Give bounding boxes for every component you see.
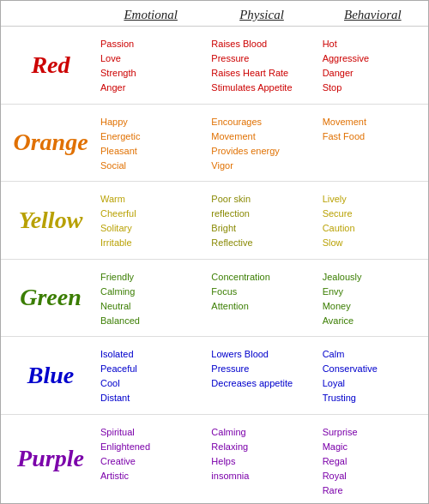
header-emotional: Emotional [95,8,206,22]
row-purple: PurpleSpiritual Enlightened Creative Art… [1,415,428,503]
physical-orange: Encourages Movement Provides energy Vigo… [206,113,317,175]
color-label-yellow: Yellow [1,207,95,234]
color-label-green: Green [1,284,95,311]
color-label-red: Red [1,51,95,79]
row-red: RedPassion Love Strength AngerRaises Blo… [1,27,428,105]
emotional-orange: Happy Energetic Pleasant Social [95,113,206,175]
behavioral-blue: Calm Conservative Loyal Trusting [317,345,428,407]
row-green: GreenFriendly Calming Neutral BalancedCo… [1,260,428,338]
physical-purple: Calming Relaxing Helps insomnia [206,423,317,485]
behavioral-red: Hot Aggressive Danger Stop [317,35,428,97]
physical-green: Concentration Focus Attention [206,268,317,315]
table-header: Emotional Physical Behavioral [1,1,428,27]
row-yellow: YellowWarm Cheerful Solitary IrritablePo… [1,182,428,260]
behavioral-yellow: Lively Secure Caution Slow [317,190,428,252]
table-body: RedPassion Love Strength AngerRaises Blo… [1,27,428,503]
behavioral-green: Jealously Envy Money Avarice [317,268,428,330]
physical-yellow: Poor skin reflection Bright Reflective [206,190,317,252]
row-blue: BlueIsolated Peaceful Cool DistantLowers… [1,337,428,415]
row-orange: OrangeHappy Energetic Pleasant SocialEnc… [1,105,428,183]
header-behavioral: Behavioral [317,8,428,22]
physical-red: Raises Blood Pressure Raises Heart Rate … [206,35,317,97]
color-psychology-table: Emotional Physical Behavioral RedPassion… [1,1,428,503]
header-physical: Physical [206,8,317,22]
emotional-green: Friendly Calming Neutral Balanced [95,268,206,330]
emotional-purple: Spiritual Enlightened Creative Artistic [95,423,206,485]
color-label-blue: Blue [1,362,95,389]
emotional-blue: Isolated Peaceful Cool Distant [95,345,206,407]
emotional-yellow: Warm Cheerful Solitary Irritable [95,190,206,252]
color-label-orange: Orange [1,129,95,156]
behavioral-orange: Movement Fast Food [317,113,428,146]
color-label-purple: Purple [1,445,95,472]
physical-blue: Lowers Blood Pressure Decreases appetite [206,345,317,393]
emotional-red: Passion Love Strength Anger [95,35,206,97]
behavioral-purple: Surprise Magic Regal Royal Rare [317,423,428,500]
header-color-col [1,8,95,22]
